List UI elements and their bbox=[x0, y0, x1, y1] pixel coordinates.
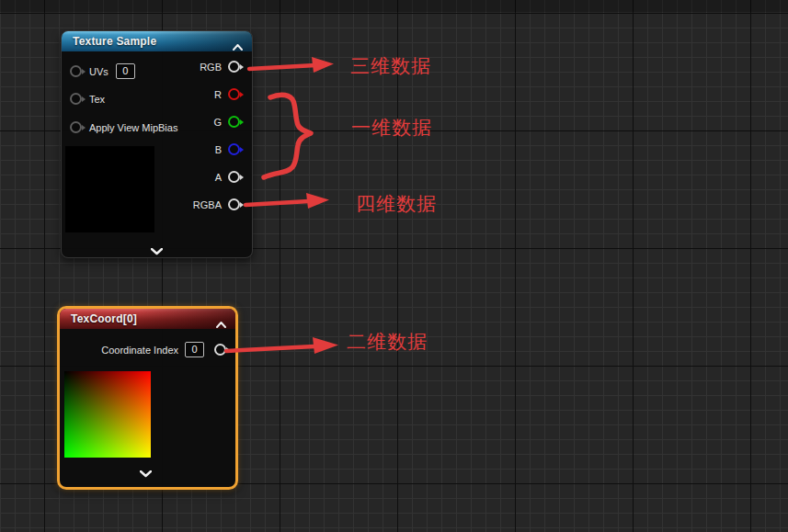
node-texcoord-header[interactable]: TexCoord[0] bbox=[60, 309, 235, 329]
input-pin-tex[interactable] bbox=[70, 93, 82, 105]
output-row-rgba: RGBA bbox=[193, 198, 240, 210]
output-row-g: G bbox=[213, 116, 240, 128]
material-graph-canvas[interactable]: Texture Sample UVs 0 Tex Apply View MipB… bbox=[0, 0, 788, 532]
output-label: A bbox=[215, 172, 222, 183]
texture-preview bbox=[65, 146, 154, 232]
output-pin-rgb[interactable] bbox=[228, 61, 240, 73]
output-pin-g[interactable] bbox=[228, 116, 240, 128]
input-label: UVs bbox=[89, 66, 108, 77]
uv-gradient-preview bbox=[64, 371, 151, 458]
node-title: Texture Sample bbox=[62, 35, 156, 48]
output-pin-rgba[interactable] bbox=[228, 198, 240, 210]
input-row-mipbias: Apply View MipBias bbox=[70, 121, 177, 133]
chevron-down-icon[interactable] bbox=[140, 465, 152, 481]
node-texcoord[interactable]: TexCoord[0] Coordinate Index 0 bbox=[57, 306, 238, 490]
input-pin-mipbias[interactable] bbox=[70, 121, 82, 133]
output-row-b: B bbox=[215, 143, 240, 155]
arrow-rgba-icon bbox=[246, 193, 329, 209]
annotation-2d-data: 二维数据 bbox=[347, 333, 428, 352]
input-row-uvs: UVs 0 bbox=[70, 63, 135, 79]
arrow-rgb-icon bbox=[249, 57, 334, 73]
output-label: RGBA bbox=[193, 199, 222, 210]
brace-icon bbox=[264, 95, 311, 177]
output-pin-b[interactable] bbox=[228, 143, 240, 155]
input-row-tex: Tex bbox=[70, 93, 105, 105]
input-pin-uvs[interactable] bbox=[70, 65, 82, 77]
chevron-up-icon[interactable] bbox=[216, 315, 226, 332]
output-label: RGB bbox=[200, 62, 222, 73]
chevron-down-icon[interactable] bbox=[151, 243, 163, 259]
annotation-1d-data: 一维数据 bbox=[351, 119, 432, 138]
output-row-a: A bbox=[215, 171, 240, 183]
coordinate-index-value-box[interactable]: 0 bbox=[185, 342, 204, 357]
output-label: B bbox=[215, 144, 222, 155]
output-pin-a[interactable] bbox=[228, 171, 240, 183]
node-title: TexCoord[0] bbox=[60, 312, 137, 325]
input-label: Coordinate Index bbox=[101, 345, 178, 356]
canvas-top-shade bbox=[0, 0, 788, 12]
output-pin-r[interactable] bbox=[228, 88, 240, 100]
annotation-3d-data: 三维数据 bbox=[350, 57, 431, 76]
node-texture-sample[interactable]: Texture Sample UVs 0 Tex Apply View MipB… bbox=[61, 30, 253, 258]
output-row-rgb: RGB bbox=[200, 61, 240, 73]
input-row-coordinate-index: Coordinate Index 0 bbox=[87, 342, 226, 357]
output-label: G bbox=[213, 117, 222, 128]
annotation-4d-data: 四维数据 bbox=[356, 195, 437, 214]
arrow-texcoord-icon bbox=[226, 337, 338, 354]
output-row-r: R bbox=[214, 88, 240, 100]
output-label: R bbox=[214, 89, 222, 100]
uvs-value-box[interactable]: 0 bbox=[116, 63, 135, 79]
input-label: Apply View MipBias bbox=[89, 122, 177, 133]
output-pin-uv[interactable] bbox=[214, 344, 226, 356]
node-texture-sample-header[interactable]: Texture Sample bbox=[62, 31, 252, 51]
input-label: Tex bbox=[89, 94, 105, 105]
chevron-up-icon[interactable] bbox=[233, 38, 243, 54]
